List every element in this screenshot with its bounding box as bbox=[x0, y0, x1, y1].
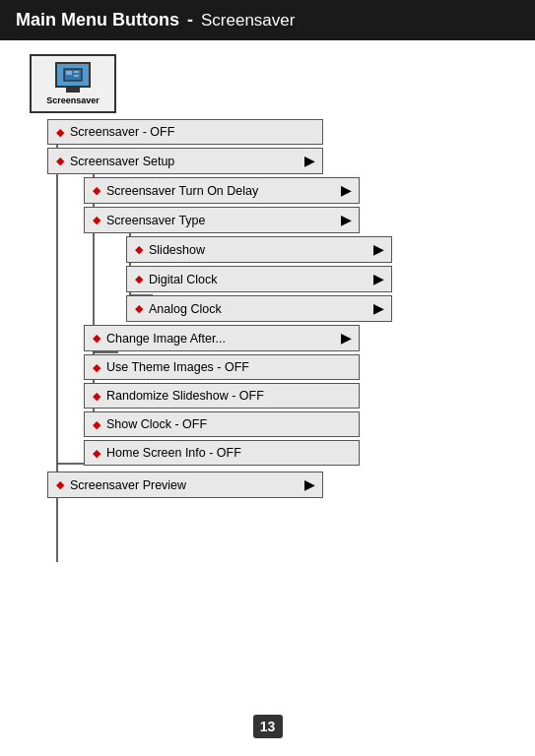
bullet-screensaver-preview: ◆ bbox=[56, 478, 64, 491]
arrow-screensaver-setup: ▶ bbox=[304, 154, 314, 168]
menu-item-show-clock[interactable]: ◆ Show Clock - OFF bbox=[84, 411, 360, 437]
label-slideshow: Slideshow bbox=[149, 243, 205, 257]
row-change-image-after[interactable]: ◆ Change Image After... ▶ bbox=[20, 325, 515, 351]
row-screensaver-turn-on-delay[interactable]: ◆ Screensaver Turn On Delay ▶ bbox=[20, 177, 515, 204]
icon-label: Screensaver bbox=[46, 95, 100, 105]
menu-item-home-screen-info[interactable]: ◆ Home Screen Info - OFF bbox=[84, 440, 360, 466]
label-turn-on-delay: Screensaver Turn On Delay bbox=[106, 184, 258, 198]
monitor-icon bbox=[55, 62, 91, 88]
arrow-analog-clock: ▶ bbox=[373, 301, 383, 316]
row-screensaver-setup[interactable]: ◆ Screensaver Setup ▶ bbox=[20, 148, 515, 174]
bullet-change-image-after: ◆ bbox=[93, 332, 100, 345]
menu-item-screensaver-preview[interactable]: ◆ Screensaver Preview ▶ bbox=[47, 472, 323, 498]
page-number: 13 bbox=[253, 715, 283, 738]
label-screensaver-type: Screensaver Type bbox=[106, 214, 206, 227]
row-screensaver-type[interactable]: ◆ Screensaver Type ▶ bbox=[20, 207, 515, 233]
label-screensaver-setup: Screensaver Setup bbox=[70, 155, 174, 168]
svg-rect-1 bbox=[66, 71, 72, 75]
arrow-digital-clock: ▶ bbox=[373, 272, 383, 286]
arrow-slideshow: ▶ bbox=[373, 242, 383, 257]
label-screensaver-off: Screensaver - OFF bbox=[70, 125, 174, 139]
label-randomize-slideshow: Randomize Slideshow - OFF bbox=[106, 389, 264, 403]
label-change-image-after: Change Image After... bbox=[106, 332, 226, 346]
menu-item-digital-clock[interactable]: ◆ Digital Clock ▶ bbox=[126, 266, 392, 292]
row-randomize-slideshow[interactable]: ◆ Randomize Slideshow - OFF bbox=[20, 383, 515, 409]
menu-item-screensaver-off[interactable]: ◆ Screensaver - OFF bbox=[47, 119, 323, 145]
label-digital-clock: Digital Clock bbox=[149, 273, 217, 286]
header-title-sub: Screensaver bbox=[201, 11, 295, 31]
svg-rect-3 bbox=[74, 75, 79, 77]
bullet-randomize-slideshow: ◆ bbox=[93, 390, 100, 403]
screen-graphic bbox=[63, 68, 83, 82]
screensaver-icon-box: Screensaver bbox=[30, 54, 116, 113]
label-home-screen-info: Home Screen Info - OFF bbox=[106, 446, 241, 460]
row-use-theme-images[interactable]: ◆ Use Theme Images - OFF bbox=[20, 354, 515, 380]
svg-rect-2 bbox=[74, 71, 79, 73]
row-slideshow[interactable]: ◆ Slideshow ▶ bbox=[20, 236, 515, 263]
row-digital-clock[interactable]: ◆ Digital Clock ▶ bbox=[20, 266, 515, 292]
arrow-screensaver-type: ▶ bbox=[341, 213, 351, 227]
header: Main Menu Buttons - Screensaver bbox=[0, 0, 535, 40]
row-home-screen-info[interactable]: ◆ Home Screen Info - OFF bbox=[20, 440, 515, 466]
menu-item-slideshow[interactable]: ◆ Slideshow ▶ bbox=[126, 236, 392, 263]
bullet-use-theme-images: ◆ bbox=[93, 361, 100, 374]
menu-item-analog-clock[interactable]: ◆ Analog Clock ▶ bbox=[126, 295, 392, 322]
row-screensaver-off[interactable]: ◆ Screensaver - OFF bbox=[20, 119, 515, 145]
arrow-change-image-after: ▶ bbox=[341, 331, 351, 346]
arrow-screensaver-preview: ▶ bbox=[304, 477, 314, 492]
menu-item-change-image-after[interactable]: ◆ Change Image After... ▶ bbox=[84, 325, 360, 351]
arrow-turn-on-delay: ▶ bbox=[341, 183, 351, 198]
bullet-show-clock: ◆ bbox=[93, 418, 100, 431]
menu-item-use-theme-images[interactable]: ◆ Use Theme Images - OFF bbox=[84, 354, 360, 380]
menu-item-screensaver-type[interactable]: ◆ Screensaver Type ▶ bbox=[84, 207, 360, 233]
menu-item-screensaver-setup[interactable]: ◆ Screensaver Setup ▶ bbox=[47, 148, 323, 174]
menu-item-randomize-slideshow[interactable]: ◆ Randomize Slideshow - OFF bbox=[84, 383, 360, 409]
menu-item-screensaver-turn-on-delay[interactable]: ◆ Screensaver Turn On Delay ▶ bbox=[84, 177, 360, 204]
header-separator: - bbox=[187, 10, 193, 31]
label-show-clock: Show Clock - OFF bbox=[106, 417, 207, 431]
bullet-screensaver-type: ◆ bbox=[93, 214, 100, 226]
header-title-main: Main Menu Buttons bbox=[16, 10, 179, 31]
bullet-digital-clock: ◆ bbox=[135, 273, 143, 285]
bullet-analog-clock: ◆ bbox=[135, 302, 143, 315]
row-show-clock[interactable]: ◆ Show Clock - OFF bbox=[20, 411, 515, 437]
label-screensaver-preview: Screensaver Preview bbox=[70, 478, 186, 492]
label-analog-clock: Analog Clock bbox=[149, 302, 222, 316]
row-screensaver-preview[interactable]: ◆ Screensaver Preview ▶ bbox=[20, 472, 515, 498]
bullet-screensaver-off: ◆ bbox=[56, 126, 64, 139]
bullet-home-screen-info: ◆ bbox=[93, 447, 100, 460]
bullet-turn-on-delay: ◆ bbox=[93, 184, 100, 197]
bullet-slideshow: ◆ bbox=[135, 243, 143, 256]
row-analog-clock[interactable]: ◆ Analog Clock ▶ bbox=[20, 295, 515, 322]
label-use-theme-images: Use Theme Images - OFF bbox=[106, 360, 249, 374]
bullet-screensaver-setup: ◆ bbox=[56, 155, 64, 167]
